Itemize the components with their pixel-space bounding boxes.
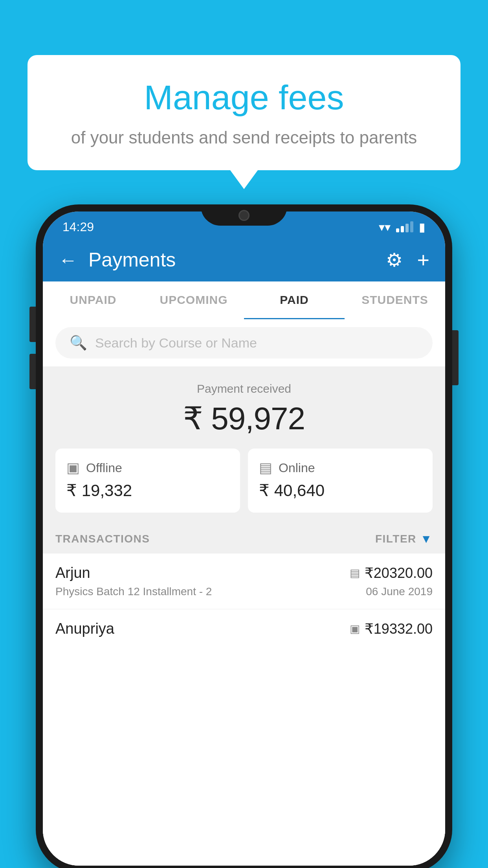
cash-icon: ▣ xyxy=(66,460,80,476)
filter-label: FILTER xyxy=(375,533,416,545)
transaction-item[interactable]: Arjun ▤ ₹20320.00 Physics Batch 12 Insta… xyxy=(43,554,445,609)
battery-icon: ▮ xyxy=(419,220,426,234)
payment-received-label: Payment received xyxy=(55,382,433,395)
signal-icon xyxy=(396,221,413,232)
search-bar-container: 🔍 Search by Course or Name xyxy=(43,319,445,366)
back-button[interactable]: ← xyxy=(59,249,77,271)
search-placeholder: Search by Course or Name xyxy=(95,335,257,351)
payment-cards: ▣ Offline ₹ 19,332 ▤ Online ₹ 40,640 xyxy=(43,449,445,524)
amount-wrapper: ▣ ₹19332.00 xyxy=(350,621,433,637)
online-amount: ₹ 40,640 xyxy=(259,481,422,500)
tabs-bar: UNPAID UPCOMING PAID STUDENTS xyxy=(43,281,445,319)
phone-frame: 14:29 ▾▾ ▮ ← Payments ⚙ + xyxy=(36,204,452,868)
transaction-row-1: Arjun ▤ ₹20320.00 xyxy=(55,565,433,581)
online-label: Online xyxy=(279,461,315,475)
transactions-header: TRANSACTIONS FILTER ▼ xyxy=(43,524,445,554)
payment-summary: Payment received ₹ 59,972 xyxy=(43,366,445,449)
transaction-name: Anupriya xyxy=(55,620,114,637)
app-header: ← Payments ⚙ + xyxy=(43,238,445,281)
wifi-icon: ▾▾ xyxy=(379,220,391,234)
offline-label: Offline xyxy=(86,461,122,475)
payment-type-icon: ▣ xyxy=(350,622,360,635)
filter-icon: ▼ xyxy=(420,532,433,546)
phone-notch xyxy=(201,204,287,226)
transaction-row-2: Physics Batch 12 Installment - 2 06 June… xyxy=(55,585,433,598)
app-background: Manage fees of your students and send re… xyxy=(0,0,488,868)
settings-icon[interactable]: ⚙ xyxy=(386,249,403,271)
transaction-list: Arjun ▤ ₹20320.00 Physics Batch 12 Insta… xyxy=(43,554,445,866)
filter-button[interactable]: FILTER ▼ xyxy=(375,532,433,546)
search-bar[interactable]: 🔍 Search by Course or Name xyxy=(55,327,433,359)
manage-fees-title: Manage fees xyxy=(47,79,441,117)
transaction-course: Physics Batch 12 Installment - 2 xyxy=(55,585,212,598)
volume-up-button xyxy=(29,307,36,342)
online-payment-card: ▤ Online ₹ 40,640 xyxy=(248,449,433,513)
tab-paid[interactable]: PAID xyxy=(244,281,345,319)
speech-bubble-container: Manage fees of your students and send re… xyxy=(28,55,460,170)
offline-amount: ₹ 19,332 xyxy=(66,481,229,500)
payment-total-amount: ₹ 59,972 xyxy=(55,400,433,437)
add-button[interactable]: + xyxy=(417,248,429,272)
transaction-item-partial[interactable]: Anupriya ▣ ₹19332.00 xyxy=(43,609,445,645)
transaction-amount: ₹19332.00 xyxy=(365,621,433,637)
transaction-row-1: Anupriya ▣ ₹19332.00 xyxy=(55,620,433,637)
tab-students[interactable]: STUDENTS xyxy=(345,281,445,319)
content-area: 🔍 Search by Course or Name Payment recei… xyxy=(43,319,445,866)
transaction-date: 06 June 2019 xyxy=(366,585,433,598)
header-actions: ⚙ + xyxy=(386,248,429,272)
online-card-header: ▤ Online xyxy=(259,460,422,476)
tab-upcoming[interactable]: UPCOMING xyxy=(143,281,244,319)
transaction-name: Arjun xyxy=(55,565,90,581)
front-camera xyxy=(238,210,250,221)
header-title: Payments xyxy=(88,248,386,271)
offline-payment-card: ▣ Offline ₹ 19,332 xyxy=(55,449,240,513)
card-icon: ▤ xyxy=(259,460,272,476)
status-icons: ▾▾ ▮ xyxy=(379,220,426,234)
offline-card-header: ▣ Offline xyxy=(66,460,229,476)
phone-screen: 14:29 ▾▾ ▮ ← Payments ⚙ + xyxy=(43,211,445,866)
transaction-amount: ₹20320.00 xyxy=(365,565,433,581)
manage-fees-subtitle: of your students and send receipts to pa… xyxy=(47,126,441,149)
volume-down-button xyxy=(29,354,36,389)
transactions-label: TRANSACTIONS xyxy=(55,533,150,545)
power-button xyxy=(452,330,459,385)
amount-wrapper: ▤ ₹20320.00 xyxy=(350,565,433,581)
phone-outer: 14:29 ▾▾ ▮ ← Payments ⚙ + xyxy=(36,204,452,868)
payment-type-icon: ▤ xyxy=(350,566,360,579)
status-time: 14:29 xyxy=(62,220,94,234)
search-icon: 🔍 xyxy=(70,335,87,351)
speech-bubble: Manage fees of your students and send re… xyxy=(28,55,460,170)
tab-unpaid[interactable]: UNPAID xyxy=(43,281,143,319)
